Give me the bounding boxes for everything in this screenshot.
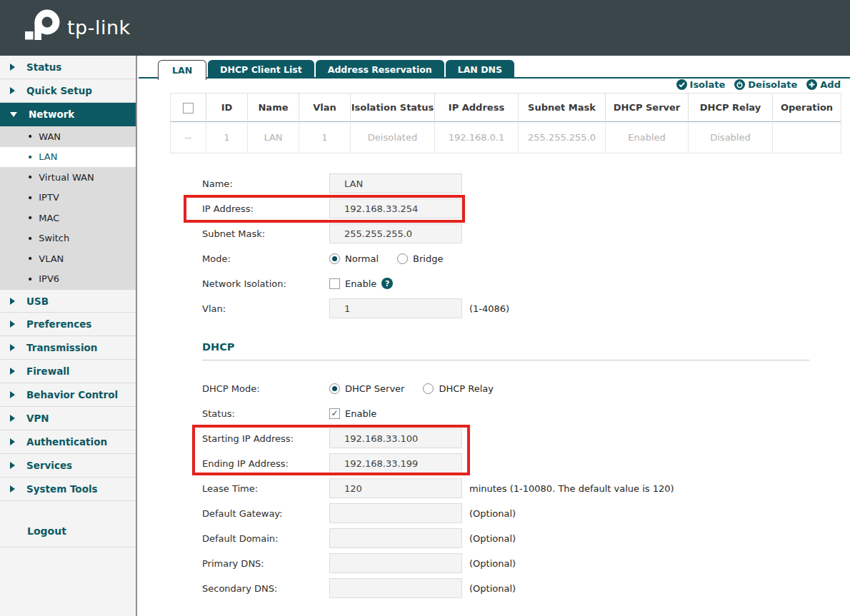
lan-table: ID Name Vlan Isolation Status IP Address… bbox=[170, 93, 841, 153]
subnet-mask-label: Subnet Mask: bbox=[202, 228, 329, 239]
sidebar-subitem-iptv[interactable]: •IPTV bbox=[0, 188, 136, 208]
sidebar-item-authentication[interactable]: Authentication bbox=[0, 430, 136, 454]
help-icon[interactable]: ? bbox=[381, 278, 393, 289]
sidebar-subitem-switch[interactable]: •Switch bbox=[0, 228, 136, 249]
power-circle-icon bbox=[734, 79, 745, 90]
ip-address-row: IP Address: bbox=[202, 198, 836, 218]
name-row: Name: bbox=[202, 173, 836, 193]
starting-ip-label: Starting IP Address: bbox=[202, 433, 329, 444]
primary-dns-field[interactable] bbox=[329, 553, 462, 573]
bullet-icon: • bbox=[27, 192, 33, 203]
cell-ip-address: 192.168.0.1 bbox=[435, 122, 519, 153]
select-all-checkbox[interactable] bbox=[183, 103, 194, 113]
chevron-right-icon bbox=[10, 298, 15, 305]
bullet-icon: • bbox=[27, 171, 33, 183]
dhcp-form: DHCP Mode: DHCP Server DHCP Relay Status… bbox=[202, 378, 836, 603]
sidebar-subitem-vlan[interactable]: •VLAN bbox=[0, 248, 136, 269]
mode-bridge-radio[interactable] bbox=[397, 253, 408, 264]
lease-time-label: Lease Time: bbox=[202, 483, 329, 494]
network-isolation-row: Network Isolation: Enable ? bbox=[202, 273, 836, 293]
action-bar: Isolate Deisolate Add bbox=[676, 79, 841, 90]
network-submenu: •WAN •LAN •Virtual WAN •IPTV •MAC •Switc… bbox=[0, 126, 136, 289]
sidebar-item-quick-setup[interactable]: Quick Setup bbox=[0, 79, 136, 103]
app-root: tp-link Status Quick Setup Network •WAN … bbox=[0, 0, 850, 616]
default-gateway-field[interactable] bbox=[329, 503, 462, 523]
default-domain-field[interactable] bbox=[329, 528, 462, 548]
subnet-mask-row: Subnet Mask: bbox=[202, 223, 836, 243]
cell-select: -- bbox=[171, 122, 206, 153]
default-gateway-hint: (Optional) bbox=[469, 508, 516, 519]
sidebar-subitem-lan[interactable]: •LAN bbox=[0, 147, 136, 168]
deisolate-button[interactable]: Deisolate bbox=[734, 79, 797, 90]
add-button[interactable]: Add bbox=[806, 79, 841, 90]
sidebar-item-network[interactable]: Network bbox=[0, 103, 136, 126]
logo-text: tp-link bbox=[67, 16, 131, 39]
column-header-id: ID bbox=[206, 94, 248, 122]
chevron-right-icon bbox=[10, 415, 15, 422]
default-domain-hint: (Optional) bbox=[469, 533, 516, 544]
lan-form: Name: IP Address: Subnet Mask: Mode: Nor… bbox=[202, 173, 836, 323]
sidebar-subitem-mac[interactable]: •MAC bbox=[0, 208, 136, 228]
column-header-dhcp-relay: DHCP Relay bbox=[689, 94, 773, 122]
tab-bar: LAN DHCP Client List Address Reservation… bbox=[158, 60, 514, 79]
name-field[interactable] bbox=[329, 173, 462, 193]
sidebar-item-system-tools[interactable]: System Tools bbox=[0, 478, 136, 501]
ending-ip-label: Ending IP Address: bbox=[202, 458, 329, 469]
table-row: -- 1 LAN 1 Deisolated 192.168.0.1 255.25… bbox=[171, 122, 841, 153]
cell-dhcp-server: Enabled bbox=[606, 122, 689, 153]
mode-row: Mode: Normal Bridge bbox=[202, 248, 836, 268]
vlan-label: Vlan: bbox=[202, 303, 329, 314]
vlan-field[interactable] bbox=[329, 298, 462, 318]
default-domain-label: Default Domain: bbox=[202, 533, 329, 544]
cell-id: 1 bbox=[206, 122, 248, 153]
column-header-ip-address: IP Address bbox=[435, 94, 519, 122]
dhcp-status-checkbox[interactable] bbox=[329, 408, 340, 419]
lease-time-field[interactable] bbox=[329, 478, 462, 498]
sidebar-subitem-wan[interactable]: •WAN bbox=[0, 126, 136, 147]
cell-vlan: 1 bbox=[299, 122, 351, 153]
tab-address-reservation[interactable]: Address Reservation bbox=[316, 60, 444, 79]
tab-lan-dns[interactable]: LAN DNS bbox=[446, 60, 514, 79]
ip-address-field[interactable] bbox=[329, 198, 462, 218]
ending-ip-field[interactable] bbox=[329, 453, 462, 473]
vlan-hint: (1-4086) bbox=[469, 303, 509, 314]
starting-ip-row: Starting IP Address: bbox=[202, 428, 836, 448]
sidebar-item-transmission[interactable]: Transmission bbox=[0, 336, 136, 360]
top-header: tp-link bbox=[0, 0, 850, 56]
secondary-dns-row: Secondary DNS: (Optional) bbox=[202, 578, 836, 598]
sidebar-item-behavior-control[interactable]: Behavior Control bbox=[0, 383, 136, 407]
sidebar-item-preferences[interactable]: Preferences bbox=[0, 313, 136, 336]
dhcp-status-enable-label: Enable bbox=[345, 408, 376, 419]
dhcp-relay-radio[interactable] bbox=[423, 383, 434, 394]
sidebar-item-status[interactable]: Status bbox=[0, 56, 136, 79]
ending-ip-row: Ending IP Address: bbox=[202, 453, 836, 473]
secondary-dns-hint: (Optional) bbox=[469, 583, 516, 594]
sidebar-item-services[interactable]: Services bbox=[0, 454, 136, 478]
sidebar-item-usb[interactable]: USB bbox=[0, 289, 136, 313]
name-label: Name: bbox=[202, 178, 329, 189]
secondary-dns-field[interactable] bbox=[329, 578, 462, 598]
sidebar-subitem-virtual-wan[interactable]: •Virtual WAN bbox=[0, 167, 136, 188]
sidebar-item-firewall[interactable]: Firewall bbox=[0, 360, 136, 383]
cell-dhcp-relay: Disabled bbox=[689, 122, 773, 153]
tp-link-logo-icon bbox=[21, 9, 61, 46]
dhcp-status-label: Status: bbox=[202, 408, 329, 419]
mode-normal-radio[interactable] bbox=[329, 253, 340, 264]
tab-lan[interactable]: LAN bbox=[158, 60, 206, 80]
network-isolation-checkbox[interactable] bbox=[329, 278, 340, 289]
chevron-right-icon bbox=[10, 320, 15, 328]
subnet-mask-field[interactable] bbox=[329, 223, 462, 243]
starting-ip-field[interactable] bbox=[329, 428, 462, 448]
default-gateway-row: Default Gateway: (Optional) bbox=[202, 503, 836, 523]
tab-dhcp-client-list[interactable]: DHCP Client List bbox=[208, 60, 314, 79]
check-circle-icon bbox=[676, 79, 687, 90]
isolate-button[interactable]: Isolate bbox=[676, 79, 726, 90]
sidebar-subitem-ipv6[interactable]: •IPV6 bbox=[0, 269, 136, 290]
vlan-row: Vlan: (1-4086) bbox=[202, 298, 836, 318]
dhcp-section-title: DHCP bbox=[202, 341, 809, 360]
logout-link[interactable]: Logout bbox=[0, 520, 136, 547]
dhcp-server-radio[interactable] bbox=[329, 383, 340, 394]
default-domain-row: Default Domain: (Optional) bbox=[202, 528, 836, 548]
chevron-right-icon bbox=[10, 485, 15, 493]
sidebar-item-vpn[interactable]: VPN bbox=[0, 407, 136, 430]
